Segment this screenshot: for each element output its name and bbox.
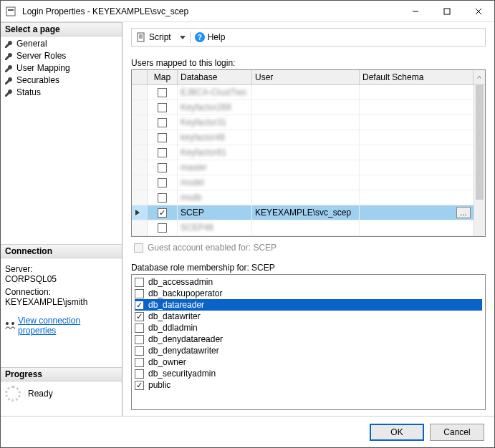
database-cell[interactable]: SCEP xyxy=(178,205,252,220)
map-checkbox[interactable] xyxy=(158,148,167,157)
map-checkbox-cell[interactable] xyxy=(148,190,178,205)
header-map[interactable]: Map xyxy=(148,70,178,84)
help-button[interactable]: ? Help xyxy=(195,32,226,42)
schema-browse-button[interactable]: … xyxy=(456,207,471,218)
database-cell[interactable]: keyfactor46 xyxy=(178,130,252,145)
map-checkbox-cell[interactable] xyxy=(148,175,178,190)
mapping-row[interactable]: EJBCA-ClustTwo xyxy=(132,85,474,100)
row-selector[interactable] xyxy=(132,175,148,190)
map-checkbox[interactable] xyxy=(158,193,167,203)
role-item[interactable]: db_ddladmin xyxy=(135,322,482,333)
role-checkbox[interactable] xyxy=(135,369,144,379)
mapping-row[interactable]: SCEP46 xyxy=(132,220,474,235)
schema-cell[interactable] xyxy=(360,235,474,236)
user-mapping-grid[interactable]: Map Database User Default Schema EJBCA-C… xyxy=(131,69,486,237)
schema-cell[interactable] xyxy=(360,85,474,99)
mapping-row[interactable]: master xyxy=(132,160,474,175)
database-cell[interactable]: tempdb xyxy=(178,235,252,236)
header-schema[interactable]: Default Schema xyxy=(360,70,474,84)
sidebar-page-server-roles[interactable]: Server Roles xyxy=(1,50,122,62)
user-cell[interactable] xyxy=(252,190,360,205)
database-cell[interactable]: EJBCA-ClustTwo xyxy=(178,85,252,99)
schema-cell[interactable] xyxy=(360,175,474,190)
role-checkbox[interactable] xyxy=(135,346,144,356)
schema-cell[interactable] xyxy=(360,130,474,145)
sidebar-page-user-mapping[interactable]: User Mapping xyxy=(1,62,122,74)
map-checkbox[interactable] xyxy=(158,133,167,142)
database-cell[interactable]: msdb xyxy=(178,190,252,205)
mapping-row[interactable]: Keyfactor268 xyxy=(132,100,474,115)
map-checkbox-cell[interactable] xyxy=(148,85,178,99)
user-cell[interactable] xyxy=(252,85,360,99)
database-cell[interactable]: Keyfactor31 xyxy=(178,115,252,130)
role-checkbox[interactable] xyxy=(135,301,144,310)
map-checkbox[interactable] xyxy=(158,118,167,127)
role-item[interactable]: db_owner xyxy=(135,356,482,368)
map-checkbox[interactable] xyxy=(158,88,167,97)
row-selector[interactable] xyxy=(132,130,148,145)
user-cell[interactable] xyxy=(252,145,360,160)
row-selector[interactable] xyxy=(132,160,148,175)
map-checkbox[interactable] xyxy=(158,163,167,172)
role-item[interactable]: db_backupoperator xyxy=(135,288,482,299)
sidebar-page-status[interactable]: Status xyxy=(1,87,122,99)
map-checkbox-cell[interactable] xyxy=(148,205,178,220)
mapping-row[interactable]: msdb xyxy=(132,190,474,205)
user-cell[interactable] xyxy=(252,160,360,175)
role-checkbox[interactable] xyxy=(135,289,144,298)
view-connection-properties-link[interactable]: View connection properties xyxy=(18,316,117,336)
mapping-row[interactable]: Keyfactor61 xyxy=(132,145,474,160)
role-item[interactable]: public xyxy=(135,379,482,391)
role-checkbox[interactable] xyxy=(135,278,144,287)
row-selector[interactable] xyxy=(132,145,148,160)
sidebar-page-general[interactable]: General xyxy=(1,38,122,50)
map-checkbox[interactable] xyxy=(158,178,167,188)
role-checkbox[interactable] xyxy=(135,381,144,390)
map-checkbox-cell[interactable] xyxy=(148,130,178,145)
map-checkbox[interactable] xyxy=(158,223,167,233)
header-user[interactable]: User xyxy=(252,70,360,84)
mapping-row[interactable]: SCEPKEYEXAMPLE\svc_scep… xyxy=(132,205,474,220)
close-button[interactable] xyxy=(463,1,494,22)
role-item[interactable]: db_denydatareader xyxy=(135,333,482,345)
map-checkbox-cell[interactable] xyxy=(148,145,178,160)
role-checkbox[interactable] xyxy=(135,335,144,344)
database-cell[interactable]: SCEP46 xyxy=(178,220,252,235)
database-cell[interactable]: model xyxy=(178,175,252,190)
user-cell[interactable] xyxy=(252,100,360,115)
sidebar-page-securables[interactable]: Securables xyxy=(1,74,122,87)
role-item[interactable]: db_accessadmin xyxy=(135,276,482,288)
database-cell[interactable]: Keyfactor268 xyxy=(178,100,252,115)
mapping-row[interactable]: Keyfactor31 xyxy=(132,115,474,130)
schema-cell[interactable]: … xyxy=(360,205,474,220)
map-checkbox-cell[interactable] xyxy=(148,115,178,130)
schema-cell[interactable] xyxy=(360,190,474,205)
minimize-button[interactable] xyxy=(400,1,431,22)
map-checkbox[interactable] xyxy=(158,208,167,218)
user-cell[interactable] xyxy=(252,130,360,145)
row-selector[interactable] xyxy=(132,235,148,236)
map-checkbox-cell[interactable] xyxy=(148,220,178,235)
role-item[interactable]: db_securityadmin xyxy=(135,368,482,379)
map-checkbox[interactable] xyxy=(158,103,167,112)
row-selector[interactable] xyxy=(132,85,148,99)
user-cell[interactable]: KEYEXAMPLE\svc_scep xyxy=(252,205,360,220)
schema-cell[interactable] xyxy=(360,115,474,130)
header-database[interactable]: Database xyxy=(178,70,252,84)
grid-scrollbar[interactable] xyxy=(474,85,485,236)
row-selector[interactable] xyxy=(132,100,148,115)
role-item[interactable]: db_datareader xyxy=(135,299,482,311)
schema-cell[interactable] xyxy=(360,100,474,115)
map-checkbox-cell[interactable] xyxy=(148,100,178,115)
user-cell[interactable] xyxy=(252,235,360,236)
database-cell[interactable]: Keyfactor61 xyxy=(178,145,252,160)
role-item[interactable]: db_datawriter xyxy=(135,311,482,322)
script-button[interactable]: Script xyxy=(136,32,186,42)
user-cell[interactable] xyxy=(252,115,360,130)
schema-cell[interactable] xyxy=(360,145,474,160)
user-cell[interactable] xyxy=(252,175,360,190)
maximize-button[interactable] xyxy=(431,1,463,22)
role-checkbox[interactable] xyxy=(135,323,144,333)
user-cell[interactable] xyxy=(252,220,360,235)
mapping-row[interactable]: tempdb xyxy=(132,235,474,236)
